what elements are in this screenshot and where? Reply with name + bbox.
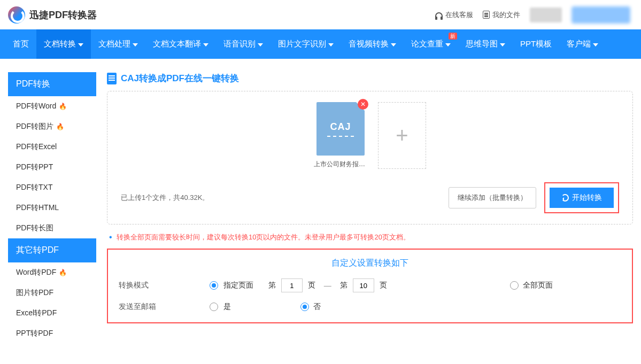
sidebar-item[interactable]: PPT转PDF [8,323,96,344]
sidebar-item[interactable]: Excel转PDF [8,303,96,323]
mode-all-label: 全部页面 [523,281,553,290]
brand-name: 迅捷PDF转换器 [29,9,97,21]
logo-icon [8,6,25,24]
file-card: CAJ ✕ 上市公司财务报表... [314,102,367,169]
user-avatar-blurred [572,6,630,24]
sidebar-item-label: PDF转TXT [16,183,52,192]
chevron-down-icon [593,43,598,47]
radio-range[interactable] [210,281,218,290]
continue-add-button[interactable]: 继续添加（批量转换） [449,187,536,208]
chevron-down-icon [133,43,138,47]
nav-item[interactable]: 思维导图 [458,29,513,59]
sidebar-item-label: Excel转PDF [16,308,57,318]
nav-item[interactable]: 语音识别 [216,29,271,59]
fire-icon: 🔥 [59,103,67,110]
sidebar-item-label: PDF转图片 [16,122,53,131]
add-file-button[interactable]: + [378,102,426,169]
nav-label: 文档转换 [44,39,76,49]
top-right: 在线客服 我的文件 [435,6,630,24]
sidebar-group1-title: PDF转换 [8,72,96,96]
sidebar-item-label: PDF转HTML [16,203,59,213]
nav-label: 文档处理 [98,39,130,49]
nav-label: 客户端 [567,39,591,49]
main-content: CAJ转换成PDF在线一键转换 CAJ ✕ 上市公司财务报表... + 已上传1… [107,72,633,344]
nav-item[interactable]: PPT模板 [513,29,559,59]
email-yes-label: 是 [223,302,231,312]
nav-item[interactable]: 论文查重新 [404,29,458,59]
page-container: PDF转换 PDF转Word🔥PDF转图片🔥PDF转ExcelPDF转PPTPD… [0,59,641,354]
sidebar-item[interactable]: PDF转HTML [8,198,96,218]
mode-all-option[interactable]: 全部页面 [510,281,553,290]
file-name: 上市公司财务报表... [314,160,367,169]
setting-row-email: 发送至邮箱 是 否 [119,302,621,312]
sidebar-item[interactable]: PDF转图片🔥 [8,117,96,137]
sidebar-item-label: PPT转PDF [16,329,53,338]
sidebar-item[interactable]: PDF转长图 [8,218,96,238]
my-files-link[interactable]: 我的文件 [483,10,520,20]
sidebar-item-label: PDF转PPT [16,162,53,172]
chevron-down-icon [328,43,334,47]
chevron-down-icon [258,43,263,47]
chevron-down-icon [445,43,451,47]
radio-email-yes[interactable] [210,303,218,311]
logo[interactable]: 迅捷PDF转换器 [8,6,97,24]
nav-label: 音视频转换 [349,39,389,49]
chevron-down-icon [391,43,396,47]
conversion-notice: 转换全部页面需要较长时间，建议每次转换10页以内的文件。未登录用户最多可转换20… [117,233,633,242]
main-nav: 首页文档转换文档处理文档文本翻译语音识别图片文字识别音视频转换论文查重新思维导图… [0,29,641,59]
range-mid: 页 [308,281,315,290]
page-from-input[interactable] [281,278,303,292]
caj-file-thumb[interactable]: CAJ [316,102,365,156]
fire-icon: 🔥 [59,269,67,276]
top-bar: 迅捷PDF转换器 在线客服 我的文件 [0,0,641,29]
page-to-input[interactable] [353,278,374,292]
nav-item[interactable]: 图片文字识别 [271,29,341,59]
upload-status: 已上传1个文件，共40.32K。 [121,193,209,203]
sidebar-item[interactable]: PDF转Word🔥 [8,96,96,117]
start-convert-label: 开始转换 [572,193,602,203]
chevron-down-icon [203,43,208,47]
nav-label: 语音识别 [223,39,256,49]
mode-range-label: 指定页面 [223,281,253,290]
radio-all[interactable] [510,281,519,290]
nav-item[interactable]: 音视频转换 [341,29,404,59]
sidebar-item[interactable]: PDF转TXT [8,177,96,198]
settings-box: 自定义设置转换如下 转换模式 指定页面 第 页 — 第 页 全 [107,249,633,323]
files-row: CAJ ✕ 上市公司财务报表... + [121,102,619,169]
online-service-link[interactable]: 在线客服 [435,10,473,20]
sidebar-item[interactable]: 图片转PDF [8,283,96,303]
sidebar-item-label: PDF转Word [16,102,56,111]
email-no-label: 否 [313,302,321,312]
nav-item[interactable]: 文档转换 [36,29,91,59]
sidebar-item[interactable]: Word转PDF🔥 [8,262,96,283]
nav-item[interactable]: 首页 [5,29,36,59]
my-files-label: 我的文件 [492,10,520,20]
settings-title: 自定义设置转换如下 [119,258,621,269]
nav-item[interactable]: 文档处理 [91,29,145,59]
nav-label: 思维导图 [466,39,498,49]
email-no-option[interactable]: 否 [300,302,321,312]
range-sep: — [324,281,331,290]
sidebar: PDF转换 PDF转Word🔥PDF转图片🔥PDF转ExcelPDF转PPTPD… [8,72,96,344]
remove-file-button[interactable]: ✕ [358,99,368,110]
range-suffix: 页 [380,281,387,290]
sidebar-item[interactable]: PDF转PPT [8,157,96,177]
email-label: 发送至邮箱 [119,302,210,312]
headset-icon [435,12,443,18]
file-icon [483,11,490,19]
radio-email-no[interactable] [300,303,309,311]
nav-item[interactable]: 客户端 [559,29,606,59]
range-prefix: 第 [268,281,276,290]
upload-footer: 已上传1个文件，共40.32K。 继续添加（批量转换） 开始转换 [121,182,619,213]
nav-label: PPT模板 [520,39,552,49]
start-convert-button[interactable]: 开始转换 [550,188,614,208]
mode-label: 转换模式 [119,281,210,290]
sidebar-item[interactable]: PDF转Excel [8,137,96,157]
new-badge: 新 [449,33,457,40]
nav-item[interactable]: 文档文本翻译 [145,29,216,59]
chevron-down-icon [500,43,505,47]
nav-label: 图片文字识别 [278,39,326,49]
mode-range-option[interactable]: 指定页面 第 页 — 第 页 [210,278,387,292]
email-yes-option[interactable]: 是 [210,302,231,312]
document-icon [107,73,117,84]
